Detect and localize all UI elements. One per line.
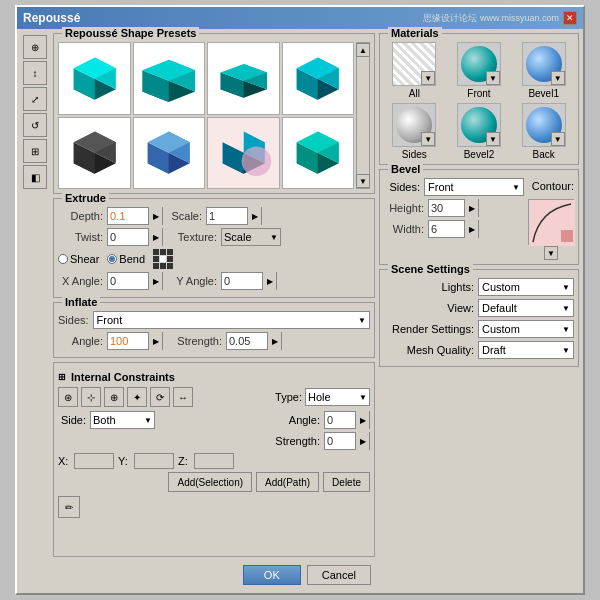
twist-field[interactable]: ▶	[107, 228, 163, 246]
scale-arrow[interactable]: ▶	[247, 207, 261, 225]
bend-radio[interactable]: Bend	[107, 253, 145, 265]
depth-field[interactable]: ▶	[107, 207, 163, 225]
inflate-sides-dropdown[interactable]: Front ▼	[93, 311, 370, 329]
z-input[interactable]	[194, 453, 234, 469]
xangle-input[interactable]	[108, 273, 148, 289]
depth-arrow[interactable]: ▶	[148, 207, 162, 225]
inflate-strength-arrow[interactable]: ▶	[267, 332, 281, 350]
constraint-tool-3[interactable]: ⊕	[104, 387, 124, 407]
constraint-tool-6[interactable]: ↔	[173, 387, 193, 407]
bevel-sides-dropdown[interactable]: Front ▼	[424, 178, 524, 196]
inflate-strength-input[interactable]	[227, 333, 267, 349]
texture-dropdown-arrow: ▼	[270, 233, 278, 242]
bend-radio-circle	[107, 254, 117, 264]
ok-button[interactable]: OK	[243, 565, 301, 585]
side-dropdown[interactable]: Both ▼	[90, 411, 155, 429]
texture-dropdown[interactable]: Scale ▼	[221, 228, 281, 246]
material-all-label: All	[409, 88, 420, 99]
material-bevel1[interactable]: ▼ Bevel1	[513, 42, 574, 99]
bevel-height-arrow[interactable]: ▶	[464, 199, 478, 217]
z-coord-group: Z:	[178, 453, 234, 469]
constraint-tool-1[interactable]: ⊛	[58, 387, 78, 407]
contour-preview[interactable]	[528, 199, 574, 245]
const-strength-arrow[interactable]: ▶	[355, 432, 369, 450]
yangle-field[interactable]: ▶	[221, 272, 277, 290]
material-all[interactable]: ▼ All	[384, 42, 445, 99]
constraints-expand[interactable]: ⊞ Internal Constraints	[58, 371, 370, 383]
bevel-width-label: Width:	[384, 223, 424, 235]
depth-input[interactable]	[108, 208, 148, 224]
view-dropdown[interactable]: Default ▼	[478, 299, 574, 317]
lights-arrow: ▼	[562, 283, 570, 292]
lights-dropdown[interactable]: Custom ▼	[478, 278, 574, 296]
preset-item-3[interactable]	[207, 42, 280, 115]
x-coord-group: X:	[58, 453, 114, 469]
scale-tool-icon[interactable]: ⤢	[23, 87, 47, 111]
y-input[interactable]	[134, 453, 174, 469]
delete-button[interactable]: Delete	[323, 472, 370, 492]
inflate-angle-input[interactable]	[108, 333, 148, 349]
material-front[interactable]: ▼ Front	[449, 42, 510, 99]
type-dropdown[interactable]: Hole ▼	[305, 388, 370, 406]
move-tool-icon[interactable]: ↕	[23, 61, 47, 85]
bevel-label: Bevel	[388, 163, 423, 175]
inflate-angle-field[interactable]: ▶	[107, 332, 163, 350]
bevel-width-arrow[interactable]: ▶	[464, 220, 478, 238]
close-button[interactable]: ✕	[563, 11, 577, 25]
preset-item-1[interactable]	[58, 42, 131, 115]
preset-item-6[interactable]	[133, 117, 206, 190]
add-path-button[interactable]: Add(Path)	[256, 472, 319, 492]
material-bevel2[interactable]: ▼ Bevel2	[449, 103, 510, 160]
preset-item-4[interactable]	[282, 42, 355, 115]
const-angle-input[interactable]	[325, 412, 355, 428]
add-selection-button[interactable]: Add(Selection)	[168, 472, 252, 492]
rotate-tool-icon[interactable]: ↺	[23, 113, 47, 137]
material-back[interactable]: ▼ Back	[513, 103, 574, 160]
svg-rect-33	[561, 230, 573, 242]
scale-input[interactable]	[207, 208, 247, 224]
constraint-tool-4[interactable]: ✦	[127, 387, 147, 407]
preset-item-7[interactable]	[207, 117, 280, 190]
bevel-width-input[interactable]	[429, 221, 464, 237]
preset-item-2[interactable]	[133, 42, 206, 115]
const-angle-field[interactable]: ▶	[324, 411, 370, 429]
constraint-tool-5[interactable]: ⟳	[150, 387, 170, 407]
x-input[interactable]	[74, 453, 114, 469]
window-title: Repoussé	[23, 11, 80, 25]
constraint-tool-2[interactable]: ⊹	[81, 387, 101, 407]
grid-tool-icon[interactable]: ⊞	[23, 139, 47, 163]
bevel-height-input[interactable]	[429, 200, 464, 216]
xangle-arrow[interactable]: ▶	[148, 272, 162, 290]
bevel-width-row: Width: ▶	[384, 220, 524, 238]
const-strength-field[interactable]: ▶	[324, 432, 370, 450]
yangle-arrow[interactable]: ▶	[262, 272, 276, 290]
bevel-height-field[interactable]: ▶	[428, 199, 479, 217]
cube-tool-icon[interactable]: ◧	[23, 165, 47, 189]
bevel-width-field[interactable]: ▶	[428, 220, 479, 238]
material-sides[interactable]: ▼ Sides	[384, 103, 445, 160]
pencil-icon[interactable]: ✏	[58, 496, 80, 518]
lights-value: Custom	[482, 281, 520, 293]
yangle-input[interactable]	[222, 273, 262, 289]
xangle-field[interactable]: ▶	[107, 272, 163, 290]
shear-radio[interactable]: Shear	[58, 253, 99, 265]
twist-arrow[interactable]: ▶	[148, 228, 162, 246]
render-dropdown[interactable]: Custom ▼	[478, 320, 574, 338]
contour-dropdown-btn[interactable]: ▼	[544, 246, 558, 260]
cancel-button[interactable]: Cancel	[307, 565, 371, 585]
inflate-angle-arrow[interactable]: ▶	[148, 332, 162, 350]
scale-field[interactable]: ▶	[206, 207, 262, 225]
const-strength-input[interactable]	[325, 433, 355, 449]
mesh-dropdown[interactable]: Draft ▼	[478, 341, 574, 359]
y-label: Y:	[118, 455, 132, 467]
y-coord-group: Y:	[118, 453, 174, 469]
preset-item-8[interactable]	[282, 117, 355, 190]
twist-input[interactable]	[108, 229, 148, 245]
const-angle-arrow[interactable]: ▶	[355, 411, 369, 429]
preset-item-5[interactable]	[58, 117, 131, 190]
scroll-down-arrow[interactable]: ▼	[356, 174, 370, 188]
title-bar: Repoussé 思缘设计论坛 www.missyuan.com ✕	[17, 7, 583, 29]
select-tool-icon[interactable]: ⊕	[23, 35, 47, 59]
scroll-up-arrow[interactable]: ▲	[356, 43, 370, 57]
inflate-strength-field[interactable]: ▶	[226, 332, 282, 350]
